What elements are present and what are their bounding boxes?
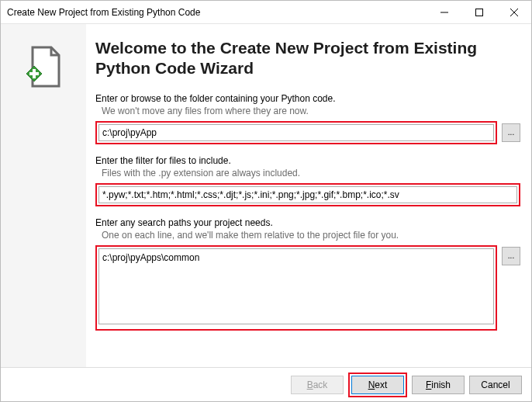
searchpaths-section: Enter any search paths your project need… <box>95 217 520 331</box>
window-controls <box>427 1 531 23</box>
filter-hint: Files with the .py extension are always … <box>95 168 520 178</box>
close-button[interactable] <box>496 1 531 23</box>
python-project-icon <box>23 46 64 92</box>
finish-button[interactable]: Finish <box>412 376 465 394</box>
searchpaths-browse-button[interactable]: ... <box>502 247 520 265</box>
titlebar: Create New Project from Existing Python … <box>1 1 531 24</box>
window-title: Create New Project from Existing Python … <box>7 7 427 18</box>
folder-field-highlight <box>95 121 497 144</box>
folder-section: Enter or browse to the folder containing… <box>95 93 520 144</box>
wizard-sidebar <box>1 24 86 367</box>
wizard-main: Welcome to the Create New Project from E… <box>86 24 531 367</box>
minimize-button[interactable] <box>427 1 461 23</box>
wizard-heading: Welcome to the Create New Project from E… <box>95 38 520 79</box>
wizard-footer: Back Next Finish Cancel <box>1 367 531 401</box>
maximize-button[interactable] <box>461 1 496 23</box>
next-button-highlight: Next <box>348 373 407 397</box>
folder-input[interactable] <box>98 124 494 141</box>
folder-hint: We won't move any files from where they … <box>95 106 520 116</box>
cancel-button[interactable]: Cancel <box>469 376 522 394</box>
searchpaths-field-highlight <box>95 245 497 331</box>
folder-prompt: Enter or browse to the folder containing… <box>95 93 520 104</box>
folder-browse-button[interactable]: ... <box>502 123 520 142</box>
filter-field-highlight <box>95 183 520 206</box>
next-button[interactable]: Next <box>351 376 404 394</box>
svg-rect-1 <box>475 9 482 16</box>
searchpaths-input[interactable] <box>98 248 494 324</box>
searchpaths-prompt: Enter any search paths your project need… <box>95 217 520 228</box>
back-button: Back <box>291 376 344 394</box>
filter-section: Enter the filter for files to include. F… <box>95 155 520 206</box>
filter-input[interactable] <box>98 186 517 203</box>
wizard-body: Welcome to the Create New Project from E… <box>1 24 531 367</box>
searchpaths-hint: One on each line, and we'll make them re… <box>95 230 520 241</box>
svg-rect-5 <box>29 72 39 75</box>
filter-prompt: Enter the filter for files to include. <box>95 155 520 166</box>
